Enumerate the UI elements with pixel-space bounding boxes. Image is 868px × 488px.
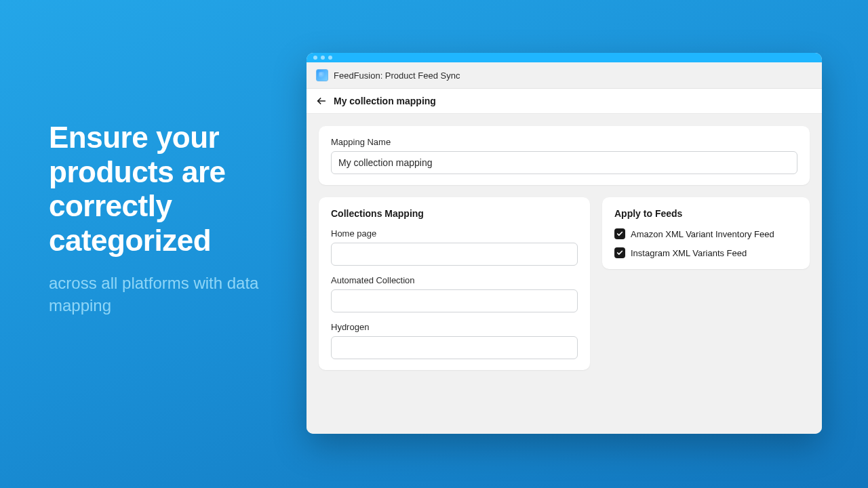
collection-field: Automated Collection (331, 275, 578, 312)
feed-option: Instagram XML Variants Feed (614, 247, 797, 258)
mapping-name-card: Mapping Name (319, 126, 810, 185)
collection-label: Automated Collection (331, 275, 578, 285)
page-bar: My collection mapping (307, 89, 822, 114)
collection-field: Home page (331, 228, 578, 266)
mapping-name-label: Mapping Name (331, 137, 797, 147)
collection-input[interactable] (331, 243, 578, 266)
window-titlebar (307, 53, 822, 62)
app-title: FeedFusion: Product Feed Sync (334, 70, 460, 81)
collections-mapping-title: Collections Mapping (331, 208, 578, 219)
back-arrow-icon[interactable] (316, 96, 327, 106)
mapping-name-input[interactable] (331, 151, 797, 174)
window-dot (321, 56, 325, 60)
feed-checkbox[interactable] (614, 228, 625, 239)
promo-stage: Ensure your products are correctly categ… (0, 0, 868, 488)
collection-field: Hydrogen (331, 322, 578, 359)
page-title: My collection mapping (334, 96, 436, 106)
collection-input[interactable] (331, 289, 578, 312)
marketing-copy: Ensure your products are correctly categ… (49, 121, 293, 317)
marketing-subline: across all platforms with data mapping (49, 272, 293, 317)
apply-to-feeds-card: Apply to Feeds Amazon XML Variant Invent… (602, 197, 810, 269)
feed-option: Amazon XML Variant Inventory Feed (614, 228, 797, 239)
app-window: FeedFusion: Product Feed Sync My collect… (307, 53, 822, 434)
feed-label: Instagram XML Variants Feed (631, 248, 747, 258)
window-dot (313, 56, 317, 60)
marketing-headline: Ensure your products are correctly categ… (49, 121, 293, 258)
page-content: Mapping Name Collections Mapping Home pa… (307, 114, 822, 434)
apply-to-feeds-title: Apply to Feeds (614, 208, 797, 219)
collection-label: Hydrogen (331, 322, 578, 332)
collections-mapping-card: Collections Mapping Home page Automated … (319, 197, 590, 370)
window-dot (328, 56, 332, 60)
app-header: FeedFusion: Product Feed Sync (307, 62, 822, 89)
app-logo-icon (316, 69, 328, 81)
feed-label: Amazon XML Variant Inventory Feed (631, 229, 774, 239)
collection-input[interactable] (331, 336, 578, 359)
feed-checkbox[interactable] (614, 247, 625, 258)
collection-label: Home page (331, 228, 578, 239)
